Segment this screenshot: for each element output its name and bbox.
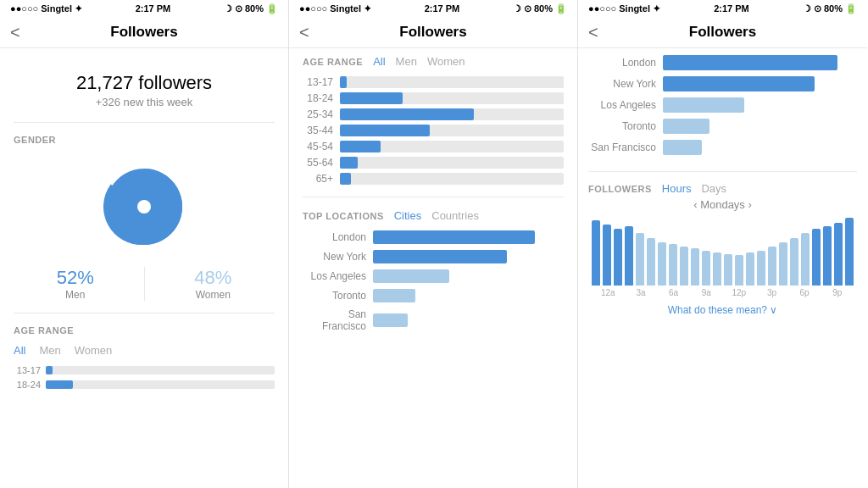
pie-container: 52% Men 48% Women [14,153,275,301]
hour-bar [592,220,600,286]
followers-section: FOLLOWERS Hours Days ‹ Mondays › 12a3a6a… [588,182,857,316]
panel-1: ●●○○○ Singtel ✦ 2:17 PM ☽ ⊙ 80% 🔋 < Foll… [0,0,289,488]
top-cities-section: London New York Los Angeles Toronto San … [588,48,857,172]
gender-stats: 52% Men 48% Women [14,267,275,301]
mini-bar-label: 18-24 [14,380,41,390]
city-bars: London New York Los Angeles Toronto San … [303,230,564,332]
hour-bar [779,242,787,286]
age-all-2[interactable]: All [373,55,385,68]
page-title-1: Followers [110,24,177,41]
city-label: New York [303,251,366,263]
h-bar-row: San Francisco [588,140,857,155]
hour-label: 6a [657,288,690,297]
day-prev-icon[interactable]: ‹ [693,198,697,211]
days-filter[interactable]: Days [701,182,726,195]
city-bar-fill [373,289,415,302]
city-bar-row: San Francisco [303,308,564,332]
age-filter-row-2[interactable]: AGE RANGE All Men Women [303,55,564,68]
men-label: Men [14,289,137,301]
mini-bars-1: 13-17 18-24 [14,365,275,390]
bar-row: 45-54 [303,141,564,152]
men-stat: 52% Men [14,267,137,301]
hour-bar [636,233,644,286]
hour-bar [812,229,821,286]
followers-header[interactable]: FOLLOWERS Hours Days [588,182,857,195]
hour-bar [713,252,721,286]
hour-bar [603,225,611,286]
mini-bar-row: 13-17 [14,365,275,375]
h-bar-fill [663,76,815,92]
hour-bar [614,229,622,286]
hour-label: 9a [690,288,723,297]
city-bar-fill [373,313,408,327]
hour-bar [724,254,732,286]
h-bar-track [663,119,857,134]
panel1-content: 21,727 followers +326 new this week GEND… [0,48,288,488]
age-filter-men-1[interactable]: Men [39,344,60,357]
h-bar-track [663,55,857,70]
hour-bar [658,242,666,286]
h-bar-row: London [588,55,857,70]
gender-divider [144,267,145,301]
h-bar-track [663,97,857,113]
hour-bar [757,251,765,286]
carrier-1: ●●○○○ Singtel ✦ [10,3,82,14]
mini-bar-track [46,380,275,389]
bar-track [340,76,564,88]
city-bar-row: New York [303,250,564,263]
hour-bar [702,251,710,286]
follower-number: 21,727 followers [14,72,275,94]
hour-bar [768,247,776,286]
bar-row: 65+ [303,173,564,185]
bar-label: 35-44 [303,125,333,136]
panel3-content: London New York Los Angeles Toronto San … [578,48,867,488]
h-bar-city-label: Toronto [588,120,656,132]
age-range-label-2: AGE RANGE [303,57,363,67]
bar-fill [340,125,430,136]
back-button-1[interactable]: < [10,23,20,42]
hours-filter[interactable]: Hours [662,182,692,195]
bar-track [340,157,564,169]
back-button-2[interactable]: < [299,23,309,42]
age-men-2[interactable]: Men [396,55,417,68]
h-bar-city-label: San Francisco [588,141,656,153]
day-navigator[interactable]: ‹ Mondays › [588,198,857,211]
city-label: Toronto [303,290,366,302]
day-label: Mondays [700,198,748,211]
mini-bar-track [46,366,275,374]
age-filter-women-1[interactable]: Women [75,344,113,357]
age-range-label-1: AGE RANGE [14,325,275,336]
countries-filter[interactable]: Countries [431,209,479,222]
h-bar-fill [663,140,702,155]
panel-3: ●●○○○ Singtel ✦ 2:17 PM ☽ ⊙ 80% 🔋 < Foll… [578,0,867,488]
hour-bar [680,247,688,286]
bar-label: 18-24 [303,92,333,104]
city-label: San Francisco [303,308,366,332]
bar-track [340,141,564,152]
city-bar-fill [373,269,449,283]
city-bar-row: London [303,230,564,244]
hour-bar [647,238,655,286]
cities-filter[interactable]: Cities [394,209,422,222]
age-women-2[interactable]: Women [427,55,465,68]
bar-fill [340,157,358,169]
nav-bar-3: < Followers [578,17,867,48]
followers-label: FOLLOWERS [588,184,652,194]
status-bar-2: ●●○○○ Singtel ✦ 2:17 PM ☽ ⊙ 80% 🔋 [289,0,577,17]
age-filter-all-1[interactable]: All [14,344,25,357]
age-filter-1[interactable]: All Men Women [14,344,275,357]
hour-labels: 12a3a6a9a12p3p6p9p [588,286,857,297]
section-divider-2 [303,197,564,197]
men-pct: 52% [14,267,137,289]
back-button-3[interactable]: < [588,23,598,42]
h-bar-track [663,140,857,155]
city-label: London [303,231,366,243]
top-locations-header[interactable]: TOP LOCATIONS Cities Countries [303,209,564,222]
what-link[interactable]: What do these mean? ∨ [588,304,857,316]
age-section-1: AGE RANGE All Men Women 13-17 18-24 [14,325,275,390]
hour-chart [588,218,857,286]
svg-point-1 [137,200,151,214]
city-bar-fill [373,250,507,263]
day-next-icon[interactable]: › [748,198,752,211]
nav-bar-1: < Followers [0,17,288,48]
